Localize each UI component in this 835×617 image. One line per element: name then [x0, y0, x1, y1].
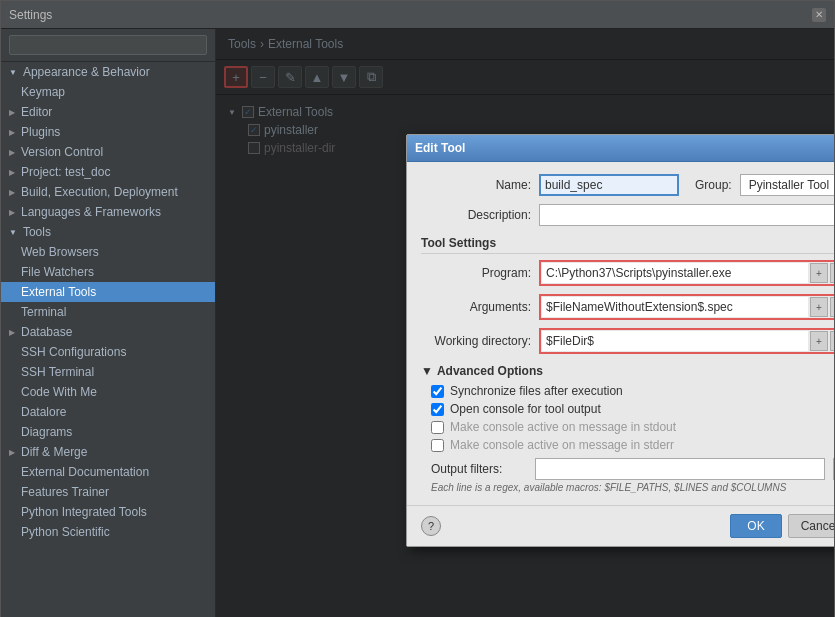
sidebar-item-diff-merge[interactable]: ▶Diff & Merge: [1, 442, 215, 462]
advanced-options-title[interactable]: ▼ Advanced Options: [421, 364, 834, 378]
open-console-checkbox[interactable]: [431, 403, 444, 416]
open-console-label: Open console for tool output: [450, 402, 601, 416]
arguments-input[interactable]: [542, 297, 808, 317]
settings-window: Settings ✕ ▼Appearance & BehaviorKeymap▶…: [0, 0, 835, 617]
tool-settings-title: Tool Settings: [421, 236, 834, 254]
sync-files-checkbox[interactable]: [431, 385, 444, 398]
make-active-stderr-checkbox[interactable]: [431, 439, 444, 452]
sync-files-row: Synchronize files after execution: [421, 384, 834, 398]
sidebar-item-label: Python Scientific: [21, 525, 110, 539]
make-active-stderr-label: Make console active on message in stderr: [450, 438, 674, 452]
description-input[interactable]: [539, 204, 834, 226]
arguments-row: Arguments: + ··: [421, 294, 834, 320]
sidebar-item-label: Editor: [21, 105, 52, 119]
sidebar-item-external-documentation[interactable]: External Documentation: [1, 462, 215, 482]
macro-hint: Each line is a regex, available macros: …: [421, 482, 834, 493]
expand-triangle: ▶: [9, 448, 15, 457]
sidebar-item-appearance[interactable]: ▼Appearance & Behavior: [1, 62, 215, 82]
advanced-label: Advanced Options: [437, 364, 543, 378]
program-row: Program: + 📁: [421, 260, 834, 286]
sidebar-item-python-integrated-tools[interactable]: Python Integrated Tools: [1, 502, 215, 522]
sidebar-item-tools[interactable]: ▼Tools: [1, 222, 215, 242]
arguments-macro-btn[interactable]: ··: [830, 297, 834, 317]
dialog-button-group: OK Cancel: [730, 514, 834, 538]
sidebar-item-label: Plugins: [21, 125, 60, 139]
sidebar-item-label: Datalore: [21, 405, 66, 419]
sidebar-item-label: Project: test_doc: [21, 165, 110, 179]
program-plus-btn[interactable]: +: [810, 263, 828, 283]
program-folder-btn[interactable]: 📁: [830, 263, 834, 283]
sidebar-item-file-watchers[interactable]: File Watchers: [1, 262, 215, 282]
sidebar-item-label: Diff & Merge: [21, 445, 87, 459]
expand-triangle: ▶: [9, 148, 15, 157]
sidebar-item-ssh-configurations[interactable]: SSH Configurations: [1, 342, 215, 362]
sidebar-item-languages[interactable]: ▶Languages & Frameworks: [1, 202, 215, 222]
sidebar-item-editor[interactable]: ▶Editor: [1, 102, 215, 122]
sidebar-item-version-control[interactable]: ▶Version Control: [1, 142, 215, 162]
sidebar-item-label: Keymap: [21, 85, 65, 99]
working-dir-row: Working directory: + 📁: [421, 328, 834, 354]
sidebar-item-ssh-terminal[interactable]: SSH Terminal: [1, 362, 215, 382]
close-button[interactable]: ✕: [812, 8, 826, 22]
sidebar-item-python-scientific[interactable]: Python Scientific: [1, 522, 215, 542]
dialog-help-button[interactable]: ?: [421, 516, 441, 536]
program-input-group: + 📁: [539, 260, 834, 286]
sidebar-item-label: Appearance & Behavior: [23, 65, 150, 79]
working-dir-input[interactable]: [542, 331, 808, 351]
sidebar-item-build-exec[interactable]: ▶Build, Execution, Deployment: [1, 182, 215, 202]
settings-body: ▼Appearance & BehaviorKeymap▶Editor▶Plug…: [1, 29, 834, 617]
expand-triangle: ▶: [9, 168, 15, 177]
sidebar-item-label: Web Browsers: [21, 245, 99, 259]
sidebar: ▼Appearance & BehaviorKeymap▶Editor▶Plug…: [1, 29, 216, 617]
working-dir-input-group: + 📁: [539, 328, 834, 354]
sidebar-item-external-tools[interactable]: External Tools: [1, 282, 215, 302]
sidebar-item-datalore[interactable]: Datalore: [1, 402, 215, 422]
arguments-plus-btn[interactable]: +: [810, 297, 828, 317]
output-filters-input[interactable]: [535, 458, 825, 480]
output-filters-label: Output filters:: [431, 462, 527, 476]
sidebar-item-terminal[interactable]: Terminal: [1, 302, 215, 322]
sidebar-list: ▼Appearance & BehaviorKeymap▶Editor▶Plug…: [1, 62, 215, 542]
expand-triangle: ▶: [9, 128, 15, 137]
sidebar-item-diagrams[interactable]: Diagrams: [1, 422, 215, 442]
sidebar-item-label: External Documentation: [21, 465, 149, 479]
working-dir-plus-btn[interactable]: +: [810, 331, 828, 351]
sidebar-item-project[interactable]: ▶Project: test_doc: [1, 162, 215, 182]
group-label: Group:: [695, 178, 732, 192]
make-active-stdout-checkbox[interactable]: [431, 421, 444, 434]
expand-triangle: ▶: [9, 328, 15, 337]
sync-files-label: Synchronize files after execution: [450, 384, 623, 398]
sidebar-item-database[interactable]: ▶Database: [1, 322, 215, 342]
make-active-stderr-row: Make console active on message in stderr: [421, 438, 834, 452]
ok-button[interactable]: OK: [730, 514, 781, 538]
title-bar-left: Settings: [9, 8, 52, 22]
sidebar-item-keymap[interactable]: Keymap: [1, 82, 215, 102]
advanced-arrow: ▼: [421, 364, 433, 378]
edit-tool-dialog: Edit Tool ✕ Name: Group: Pyinstaller Too…: [406, 134, 834, 547]
search-box: [1, 29, 215, 62]
window-title: Settings: [9, 8, 52, 22]
dialog-title-bar: Edit Tool ✕: [407, 135, 834, 162]
title-bar: Settings ✕: [1, 1, 834, 29]
program-label: Program:: [421, 266, 531, 280]
program-input[interactable]: [542, 263, 808, 283]
sidebar-item-features-trainer[interactable]: Features Trainer: [1, 482, 215, 502]
expand-triangle: ▶: [9, 188, 15, 197]
sidebar-item-label: SSH Terminal: [21, 365, 94, 379]
dialog-body: Name: Group: Pyinstaller Tool Descriptio…: [407, 162, 834, 505]
sidebar-item-label: Database: [21, 325, 72, 339]
sidebar-item-label: Code With Me: [21, 385, 97, 399]
sidebar-item-label: Languages & Frameworks: [21, 205, 161, 219]
sidebar-item-plugins[interactable]: ▶Plugins: [1, 122, 215, 142]
sidebar-item-web-browsers[interactable]: Web Browsers: [1, 242, 215, 262]
dialog-footer: ? OK Cancel: [407, 505, 834, 546]
output-filters-btn[interactable]: ⇱: [833, 458, 834, 480]
group-select[interactable]: Pyinstaller Tool: [740, 174, 834, 196]
cancel-button[interactable]: Cancel: [788, 514, 834, 538]
working-dir-folder-btn[interactable]: 📁: [830, 331, 834, 351]
sidebar-item-code-with-me[interactable]: Code With Me: [1, 382, 215, 402]
search-input[interactable]: [9, 35, 207, 55]
expand-triangle: ▶: [9, 108, 15, 117]
name-input[interactable]: [539, 174, 679, 196]
description-row: Description:: [421, 204, 834, 226]
